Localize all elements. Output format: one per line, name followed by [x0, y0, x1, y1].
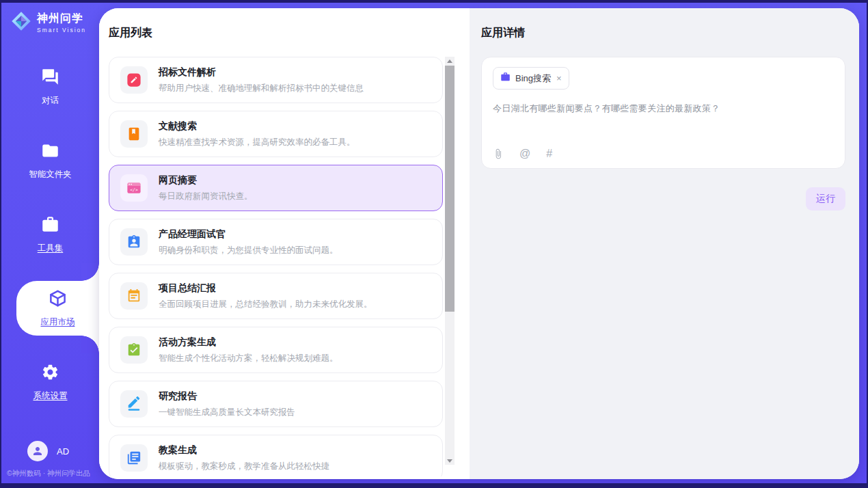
app-card-title: 项目总结汇报	[159, 282, 372, 295]
app-card[interactable]: 研究报告 一键智能生成高质量长文本研究报告	[109, 381, 443, 427]
chat-icon	[41, 68, 59, 89]
brand: 神州问学 Smart Vision	[11, 11, 99, 34]
app-card[interactable]: 招标文件解析 帮助用户快速、准确地理解和解析招标书中的关键信息	[109, 57, 443, 103]
hash-icon[interactable]: #	[546, 148, 552, 160]
user-account[interactable]: AD	[27, 441, 69, 461]
app-card-title: 研究报告	[159, 390, 295, 403]
sidebar-item-label: 对话	[42, 95, 59, 107]
scrollbar-thumb[interactable]	[445, 66, 455, 312]
sidebar-item-label: 应用市场	[41, 316, 75, 328]
user-name: AD	[57, 446, 69, 457]
sidebar-item-gear[interactable]: 系统设置	[1, 358, 99, 406]
folder-icon	[41, 141, 59, 163]
run-button[interactable]: 运行	[806, 187, 845, 211]
briefcase-icon	[500, 72, 511, 85]
sidebar-item-chat[interactable]: 对话	[1, 63, 99, 111]
pen-icon	[120, 390, 148, 418]
app-list: 招标文件解析 帮助用户快速、准确地理解和解析招标书中的关键信息 文献搜索 快速精…	[109, 57, 444, 476]
app-card-description: 每日政府新闻资讯快查。	[159, 191, 253, 202]
sidebar: 神州问学 Smart Vision 对话 智能文件夹 工具集 应用市场 系统设置…	[1, 3, 99, 483]
scrollbar[interactable]	[445, 57, 455, 465]
sidebar-item-label: 工具集	[38, 243, 64, 254]
app-card-description: 明确身份和职责，为您提供专业性的面试问题。	[159, 245, 338, 256]
sidebar-item-label: 系统设置	[33, 390, 68, 402]
app-list-title: 应用列表	[109, 26, 470, 40]
tool-tag-label: Bing搜索	[515, 72, 551, 85]
browser-icon: </>	[120, 174, 148, 202]
app-card-title: 活动方案生成	[159, 336, 338, 349]
app-card-description: 一键智能生成高质量长文本研究报告	[159, 407, 295, 418]
app-card-description: 快速精准查找学术资源，提高研究效率的必备工具。	[159, 137, 355, 148]
arrow-up-icon	[447, 59, 452, 63]
query-text[interactable]: 今日湖北有哪些新闻要点？有哪些需要关注的最新政策？	[493, 103, 834, 115]
app-card-description: 智能生成个性化活动方案，轻松解决规划难题。	[159, 353, 338, 364]
app-detail-title: 应用详情	[481, 26, 845, 40]
app-card-description: 模板驱动，教案秒成，教学准备从此轻松快捷	[159, 461, 329, 472]
app-card[interactable]: 产品经理面试官 明确身份和职责，为您提供专业性的面试问题。	[109, 219, 443, 265]
attachment-icon[interactable]	[493, 148, 504, 159]
brand-logo-icon	[11, 11, 31, 34]
scrollbar-down-button[interactable]	[445, 457, 455, 465]
app-detail-panel: 应用详情 Bing搜索 × 今日湖北有哪些新闻要点？有哪些需要关注的最新政策？ …	[470, 8, 859, 479]
app-card[interactable]: 教案生成 模板驱动，教案秒成，教学准备从此轻松快捷	[109, 435, 443, 476]
app-card-description: 帮助用户快速、准确地理解和解析招标书中的关键信息	[159, 83, 364, 94]
brand-name: 神州问学	[37, 12, 86, 26]
copyright-text: ©神州数码 · 神州问学出品	[7, 469, 90, 478]
prompt-card: Bing搜索 × 今日湖北有哪些新闻要点？有哪些需要关注的最新政策？ @#	[481, 57, 845, 169]
app-card-title: 产品经理面试官	[159, 228, 338, 241]
books-icon	[120, 444, 148, 472]
main-content: 应用列表 招标文件解析 帮助用户快速、准确地理解和解析招标书中的关键信息 文献搜…	[99, 8, 859, 479]
app-card[interactable]: 项目总结汇报 全面回顾项目进展，总结经验教训，助力未来优化发展。	[109, 273, 443, 319]
sidebar-item-toolbox[interactable]: 工具集	[1, 211, 99, 258]
composer-toolbar: @#	[493, 148, 834, 160]
clipboard-check-icon	[120, 336, 148, 364]
app-card[interactable]: 文献搜索 快速精准查找学术资源，提高研究效率的必备工具。	[109, 111, 443, 157]
avatar[interactable]	[27, 441, 48, 461]
svg-text:</>: </>	[130, 187, 138, 193]
brand-subtitle: Smart Vision	[37, 27, 86, 33]
app-card[interactable]: </> 网页摘要 每日政府新闻资讯快查。	[109, 165, 443, 211]
tool-tag-bing-search[interactable]: Bing搜索 ×	[493, 67, 569, 90]
app-card-title: 文献搜索	[159, 120, 355, 133]
app-card-title: 招标文件解析	[159, 66, 364, 79]
app-card[interactable]: 活动方案生成 智能生成个性化活动方案，轻松解决规划难题。	[109, 327, 443, 373]
close-icon[interactable]: ×	[556, 74, 562, 83]
sidebar-nav: 对话 智能文件夹 工具集 应用市场 系统设置	[1, 63, 99, 406]
interview-icon	[120, 228, 148, 256]
calendar-icon	[120, 282, 148, 310]
toolbox-icon	[41, 215, 59, 236]
scrollbar-up-button[interactable]	[445, 57, 455, 65]
sidebar-item-cube[interactable]: 应用市场	[16, 281, 99, 336]
mention-icon[interactable]: @	[519, 148, 530, 160]
app-window: 神州问学 Smart Vision 对话 智能文件夹 工具集 应用市场 系统设置…	[1, 3, 867, 483]
sidebar-item-folder[interactable]: 智能文件夹	[1, 137, 99, 185]
app-card-description: 全面回顾项目进展，总结经验教训，助力未来优化发展。	[159, 299, 372, 310]
sidebar-item-label: 智能文件夹	[29, 169, 72, 180]
arrow-down-icon	[447, 459, 452, 463]
app-card-title: 网页摘要	[159, 174, 253, 187]
edit-icon	[120, 66, 148, 94]
book-icon	[120, 120, 148, 148]
gear-icon	[41, 363, 59, 384]
app-list-panel: 应用列表 招标文件解析 帮助用户快速、准确地理解和解析招标书中的关键信息 文献搜…	[99, 8, 470, 479]
app-card-title: 教案生成	[159, 444, 329, 457]
cube-icon	[49, 289, 67, 310]
